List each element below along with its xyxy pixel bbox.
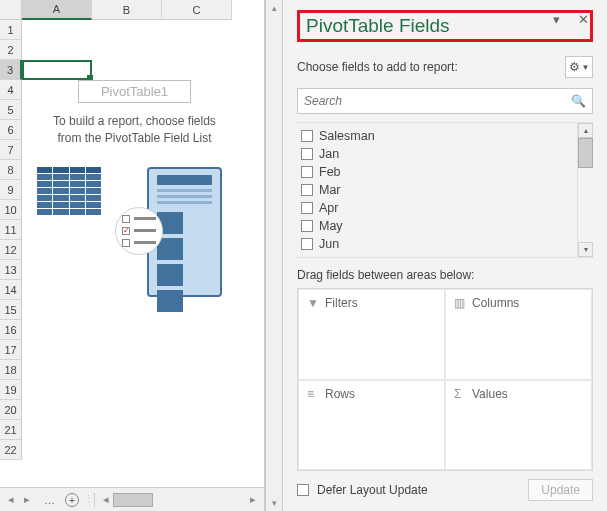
rows-area[interactable]: ≡Rows — [298, 380, 445, 471]
field-item[interactable]: Mar — [297, 181, 577, 199]
row-header[interactable]: 21 — [0, 420, 22, 440]
search-icon: 🔍 — [571, 94, 586, 108]
column-header[interactable]: B — [92, 0, 162, 20]
search-input[interactable] — [304, 94, 571, 108]
field-label: Feb — [319, 165, 341, 179]
field-item[interactable]: Feb — [297, 163, 577, 181]
field-label: Jan — [319, 147, 339, 161]
area-label: Rows — [325, 387, 355, 464]
field-label: Apr — [319, 201, 338, 215]
drag-areas-label: Drag fields between areas below: — [297, 268, 593, 282]
area-label: Filters — [325, 296, 358, 373]
scroll-thumb[interactable] — [578, 138, 593, 168]
vscroll-down-icon[interactable]: ▾ — [266, 495, 282, 511]
row-header[interactable]: 17 — [0, 340, 22, 360]
columns-icon: ▥ — [454, 296, 466, 373]
field-search[interactable]: 🔍 — [297, 88, 593, 114]
field-item[interactable]: May — [297, 217, 577, 235]
row-header[interactable]: 20 — [0, 400, 22, 420]
values-area[interactable]: ΣValues — [445, 380, 592, 471]
pivottable-fields-pane: ▾ ✕ PivotTable Fields Choose fields to a… — [283, 0, 607, 511]
checkbox[interactable] — [301, 202, 313, 214]
field-label: Salesman — [319, 129, 375, 143]
update-button[interactable]: Update — [528, 479, 593, 501]
area-label: Columns — [472, 296, 519, 373]
row-header[interactable]: 12 — [0, 240, 22, 260]
field-label: Mar — [319, 183, 341, 197]
vertical-scrollbar[interactable]: ▴ ▾ — [265, 0, 283, 511]
pivot-title: PivotTable1 — [78, 80, 191, 103]
field-item[interactable]: Salesman — [297, 127, 577, 145]
pivot-illustration — [37, 167, 232, 297]
row-header[interactable]: 5 — [0, 100, 22, 120]
checkbox[interactable] — [301, 184, 313, 196]
row-header[interactable]: 6 — [0, 120, 22, 140]
column-header[interactable]: A — [22, 0, 92, 20]
defer-label: Defer Layout Update — [317, 483, 428, 497]
field-list: Salesman Jan Feb Mar Apr May Jun — [297, 123, 577, 257]
sheet-nav-first-icon[interactable]: ◂ — [4, 493, 18, 507]
values-icon: Σ — [454, 387, 466, 464]
row-header[interactable]: 7 — [0, 140, 22, 160]
checkbox[interactable] — [301, 220, 313, 232]
pane-close-icon[interactable]: ✕ — [578, 12, 589, 27]
row-header[interactable]: 4 — [0, 80, 22, 100]
gear-icon: ⚙ — [569, 60, 580, 74]
selected-cell[interactable] — [22, 60, 92, 80]
row-header[interactable]: 10 — [0, 200, 22, 220]
defer-checkbox[interactable] — [297, 484, 309, 496]
sheet-nav-prev-icon[interactable]: ▸ — [20, 493, 34, 507]
scroll-up-icon[interactable]: ▴ — [578, 123, 593, 138]
pane-settings-button[interactable]: ⚙▼ — [565, 56, 593, 78]
chevron-down-icon: ▼ — [582, 63, 590, 72]
row-header[interactable]: 19 — [0, 380, 22, 400]
checkbox[interactable] — [301, 130, 313, 142]
row-header[interactable]: 16 — [0, 320, 22, 340]
pane-title: PivotTable Fields — [306, 15, 450, 37]
select-all-corner[interactable] — [0, 0, 22, 20]
row-header[interactable]: 15 — [0, 300, 22, 320]
checkbox[interactable] — [301, 148, 313, 160]
field-label: May — [319, 219, 343, 233]
pivot-placeholder: PivotTable1 To build a report, choose fi… — [37, 80, 232, 297]
row-header[interactable]: 1 — [0, 20, 22, 40]
rows-icon: ≡ — [307, 387, 319, 464]
field-item[interactable]: Jan — [297, 145, 577, 163]
field-item[interactable]: Apr — [297, 199, 577, 217]
columns-area[interactable]: ▥Columns — [445, 289, 592, 380]
filter-icon: ▼ — [307, 296, 319, 373]
row-header[interactable]: 18 — [0, 360, 22, 380]
checkbox[interactable] — [301, 166, 313, 178]
field-label: Jun — [319, 237, 339, 251]
spreadsheet-area: 1 2 3 4 5 6 7 8 9 10 11 12 13 14 15 16 1… — [0, 0, 265, 511]
row-header[interactable]: 2 — [0, 40, 22, 60]
hscroll-thumb[interactable] — [113, 493, 153, 507]
pivot-instruction: To build a report, choose fields from th… — [37, 113, 232, 147]
hscroll-left-icon[interactable]: ◂ — [99, 493, 113, 506]
field-item[interactable]: Jun — [297, 235, 577, 253]
sheet-footer: ◂ ▸ … + ⋮ ◂ ▸ — [0, 487, 264, 511]
field-scrollbar[interactable]: ▴ ▾ — [577, 123, 593, 257]
row-header[interactable]: 13 — [0, 260, 22, 280]
area-label: Values — [472, 387, 508, 464]
row-header[interactable]: 8 — [0, 160, 22, 180]
checkbox[interactable] — [301, 238, 313, 250]
row-header[interactable]: 14 — [0, 280, 22, 300]
row-header[interactable]: 3 — [0, 60, 22, 80]
choose-fields-label: Choose fields to add to report: — [297, 60, 458, 74]
drop-areas: ▼Filters ▥Columns ≡Rows ΣValues — [297, 288, 593, 471]
add-sheet-button[interactable]: + — [65, 493, 79, 507]
cell-grid[interactable]: PivotTable1 To build a report, choose fi… — [22, 20, 264, 487]
hscroll-right-icon[interactable]: ▸ — [246, 493, 260, 506]
sheet-tabs-overflow[interactable]: … — [38, 494, 61, 506]
row-header[interactable]: 22 — [0, 440, 22, 460]
column-header[interactable]: C — [162, 0, 232, 20]
vscroll-up-icon[interactable]: ▴ — [266, 0, 282, 16]
pane-dropdown-icon[interactable]: ▾ — [553, 12, 560, 27]
row-header[interactable]: 11 — [0, 220, 22, 240]
scroll-down-icon[interactable]: ▾ — [578, 242, 593, 257]
row-header[interactable]: 9 — [0, 180, 22, 200]
filters-area[interactable]: ▼Filters — [298, 289, 445, 380]
